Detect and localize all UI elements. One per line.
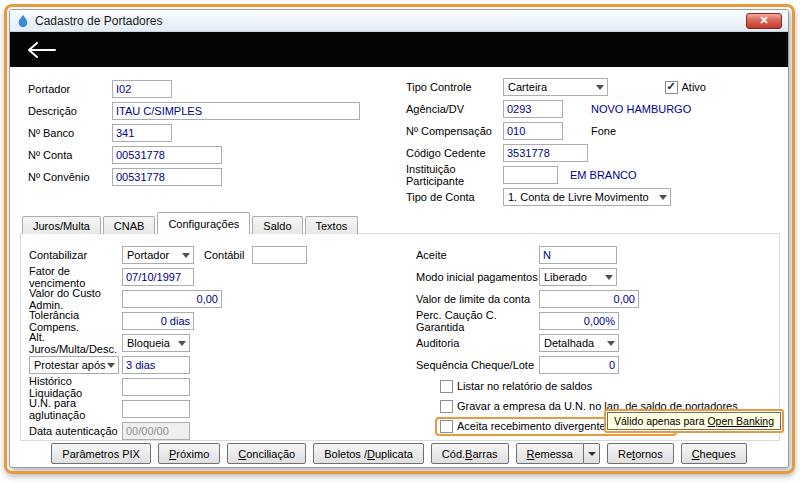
auditoria-value: Detalhada xyxy=(544,337,594,349)
tab-configuracoes[interactable]: Configurações xyxy=(157,212,250,234)
button-label: Re xyxy=(618,448,632,460)
cadastro-portadores-window: Cadastro de Portadores ✕ Portador Descri… xyxy=(9,9,789,468)
button-accel: P xyxy=(169,448,176,460)
listar-saldos-checkbox[interactable]: Listar no relatório de saldos xyxy=(440,376,774,396)
tab-textos[interactable]: Textos xyxy=(305,216,359,234)
tolerancia-label: Tolerância Compens. xyxy=(29,309,122,333)
close-button[interactable]: ✕ xyxy=(746,13,782,29)
conciliacao-button[interactable]: Conciliação xyxy=(227,443,306,464)
window-title: Cadastro de Portadores xyxy=(35,14,162,28)
remessa-dropdown-button[interactable] xyxy=(584,443,600,464)
tab-saldo[interactable]: Saldo xyxy=(252,216,302,234)
modo-inicial-label: Modo inicial pagamentos xyxy=(416,271,539,283)
tipo-de-conta-label: Tipo de Conta xyxy=(406,191,503,203)
un-aglutinacao-label: U.N. para aglutinação xyxy=(29,397,122,421)
tooltip-open-banking-term: Open Banking xyxy=(707,415,774,427)
alt-juros-value: Bloqueia xyxy=(127,337,170,349)
n-conta-input[interactable] xyxy=(112,146,222,164)
boletos-duplicata-button[interactable]: Boletos / Duplicata xyxy=(313,443,424,464)
fator-vencimento-label: Fator de vencimento xyxy=(29,265,122,289)
bottom-button-bar: Parâmetros PIX Próximo Conciliação Bolet… xyxy=(10,443,788,464)
n-conta-row: Nº Conta xyxy=(28,144,394,166)
n-compensacao-input[interactable] xyxy=(503,122,563,140)
custo-admin-input[interactable] xyxy=(122,290,222,308)
contabilizar-value: Portador xyxy=(127,249,169,261)
nav-bar xyxy=(10,32,788,67)
chevron-down-icon xyxy=(107,363,115,368)
contabil-input[interactable] xyxy=(252,246,307,264)
button-label: róximo xyxy=(176,448,209,460)
descricao-input[interactable] xyxy=(112,102,360,120)
agencia-dv-label: Agência/DV xyxy=(406,103,503,115)
proximo-button[interactable]: Próximo xyxy=(158,443,220,464)
historico-liquidacao-label: Histórico Liquidação xyxy=(29,375,122,399)
instituicao-row: Instituição Participante EM BRANCO xyxy=(406,164,706,186)
tab-cnab[interactable]: CNAB xyxy=(103,216,156,234)
back-arrow-icon[interactable] xyxy=(26,41,58,59)
parametros-pix-button[interactable]: Parâmetros PIX xyxy=(51,443,151,464)
codigo-cedente-input[interactable] xyxy=(503,144,588,162)
config-right-column: Aceite Modo inicial pagamentos Liberado … xyxy=(416,244,774,436)
n-banco-input[interactable] xyxy=(112,124,172,142)
protestar-row: Protestar após xyxy=(29,354,401,376)
limite-conta-input[interactable] xyxy=(539,290,639,308)
alt-juros-select[interactable]: Bloqueia xyxy=(122,334,190,352)
tipo-controle-select[interactable]: Carteira xyxy=(503,78,608,96)
config-left-column: Contabilizar Portador Contábil Fator de … xyxy=(29,244,401,442)
remessa-button[interactable]: Remessa xyxy=(516,443,584,464)
portador-row: Portador xyxy=(28,78,394,100)
auditoria-row: Auditoria Detalhada xyxy=(416,332,774,354)
tolerancia-input[interactable] xyxy=(122,312,194,330)
caucao-label: Perc. Caução C. Garantida xyxy=(416,309,539,333)
contabilizar-row: Contabilizar Portador Contábil xyxy=(29,244,401,266)
button-accel: C xyxy=(692,448,700,460)
sequencia-label: Sequência Cheque/Lote xyxy=(416,359,539,371)
protestar-select[interactable]: Protestar após xyxy=(29,356,119,374)
tipo-de-conta-row: Tipo de Conta 1. Conta de Livre Moviment… xyxy=(406,186,706,208)
tipo-controle-value: Carteira xyxy=(508,81,547,93)
historico-liquidacao-input[interactable] xyxy=(122,378,190,396)
aceite-row: Aceite xyxy=(416,244,774,266)
tab-label: Textos xyxy=(316,220,348,232)
modo-inicial-select[interactable]: Liberado xyxy=(539,268,617,286)
tab-juros-multa[interactable]: Juros/Multa xyxy=(22,216,101,234)
tipo-de-conta-select[interactable]: 1. Conta de Livre Movimento xyxy=(503,188,671,206)
cheques-button[interactable]: Cheques xyxy=(681,443,747,464)
header-form-left: Portador Descrição Nº Banco Nº Conta Nº … xyxy=(28,78,394,188)
button-label: Cód. xyxy=(442,448,465,460)
auditoria-select[interactable]: Detalhada xyxy=(539,334,619,352)
button-accel: D xyxy=(367,448,375,460)
fator-vencimento-input[interactable] xyxy=(122,268,194,286)
aceite-input[interactable] xyxy=(539,246,617,264)
sequencia-row: Sequência Cheque/Lote xyxy=(416,354,774,376)
open-banking-tooltip: Válido apenas para Open Banking xyxy=(607,412,781,430)
button-accel: C xyxy=(238,448,246,460)
instituicao-input[interactable] xyxy=(503,166,558,184)
caucao-input[interactable] xyxy=(539,312,619,330)
protestar-dias-input[interactable] xyxy=(122,356,190,374)
tolerancia-row: Tolerância Compens. xyxy=(29,310,401,332)
un-aglutinacao-input[interactable] xyxy=(122,400,190,418)
aceite-label: Aceite xyxy=(416,249,539,261)
codigo-cedente-row: Código Cedente xyxy=(406,142,706,164)
chevron-down-icon xyxy=(659,195,667,200)
tab-label: Saldo xyxy=(263,220,291,232)
chevron-down-icon xyxy=(182,253,190,258)
ativo-checkbox[interactable]: Ativo xyxy=(665,77,706,97)
modo-inicial-row: Modo inicial pagamentos Liberado xyxy=(416,266,774,288)
retornos-button[interactable]: Retornos xyxy=(607,443,674,464)
sequencia-input[interactable] xyxy=(539,356,619,374)
n-convenio-input[interactable] xyxy=(112,168,222,186)
protestar-label: Protestar após xyxy=(34,359,106,371)
remessa-split-button: Remessa xyxy=(516,443,600,464)
agencia-dv-input[interactable] xyxy=(503,100,563,118)
n-conta-label: Nº Conta xyxy=(28,149,112,161)
checkbox-unchecked-icon xyxy=(440,400,453,413)
historico-liquidacao-row: Histórico Liquidação xyxy=(29,376,401,398)
button-label: ornos xyxy=(635,448,663,460)
contabilizar-select[interactable]: Portador xyxy=(122,246,194,264)
portador-input[interactable] xyxy=(112,80,172,98)
alt-juros-label: Alt. Juros/Multa/Desc. xyxy=(29,331,122,355)
cod-barras-button[interactable]: Cód. Barras xyxy=(431,443,509,464)
button-accel: B xyxy=(465,448,472,460)
